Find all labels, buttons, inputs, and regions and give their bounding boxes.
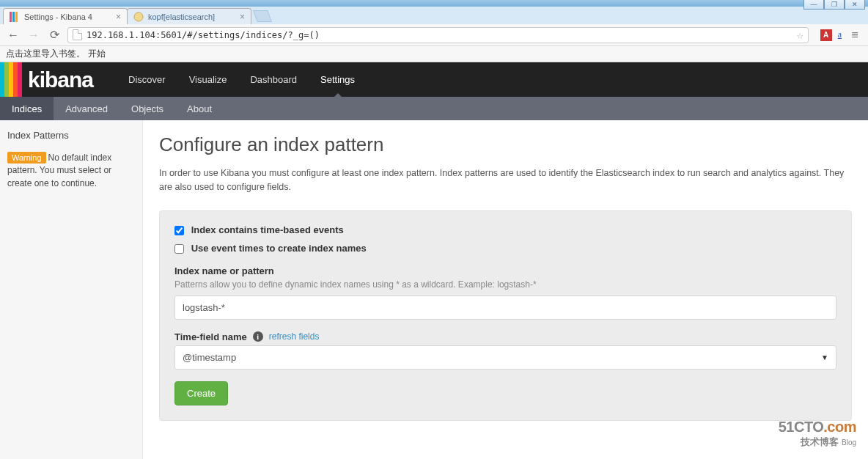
bookmarks-bar: 点击这里导入书签。 开始 — [0, 46, 868, 62]
index-name-label: Index name or pattern — [174, 265, 836, 276]
svg-rect-2 — [15, 12, 18, 22]
back-button[interactable]: ← — [6, 28, 21, 43]
page-title: Configure an index pattern — [159, 133, 852, 156]
tab-title: Settings - Kibana 4 — [24, 12, 92, 21]
checkbox-event-times-input[interactable] — [174, 244, 184, 254]
settings-subnav: IndicesAdvancedObjectsAbout — [0, 97, 868, 120]
chevron-down-icon: ▼ — [821, 353, 828, 361]
reload-button[interactable]: ⟳ — [47, 28, 62, 43]
svg-rect-0 — [10, 12, 12, 22]
topnav-visualize[interactable]: Visualize — [177, 62, 239, 97]
topnav-settings[interactable]: Settings — [309, 62, 367, 97]
refresh-fields-link[interactable]: refresh fields — [269, 331, 320, 342]
time-field-value: @timestamp — [183, 352, 236, 363]
sidebar: Index Patterns WarningNo default index p… — [0, 120, 143, 459]
time-field-label: Time-field name — [174, 331, 247, 342]
subnav-advanced[interactable]: Advanced — [54, 97, 119, 120]
sidebar-heading: Index Patterns — [7, 129, 135, 143]
main-content: Configure an index pattern In order to u… — [143, 120, 868, 459]
create-button[interactable]: Create — [174, 381, 228, 405]
svg-point-3 — [134, 12, 143, 21]
kibana-favicon — [10, 12, 20, 22]
browser-tab-active[interactable]: Settings - Kibana 4 × — [3, 8, 128, 24]
topnav-dashboard[interactable]: Dashboard — [238, 62, 309, 97]
kibana-topnav: kibana DiscoverVisualizeDashboardSetting… — [0, 62, 868, 97]
warning-badge: Warning — [7, 152, 46, 164]
window-close-button[interactable]: ✕ — [845, 0, 865, 10]
browser-tabs: Settings - Kibana 4 × kopf[elasticsearch… — [0, 7, 868, 24]
adblock-icon[interactable]: A — [820, 29, 832, 41]
time-field-select[interactable]: @timestamp ▼ — [174, 345, 836, 370]
subnav-about[interactable]: About — [175, 97, 224, 120]
tab-title: kopf[elasticsearch] — [148, 12, 215, 21]
config-panel: Index contains time-based events Use eve… — [159, 210, 852, 421]
address-bar[interactable]: 192.168.1.104:5601/#/settings/indices/?_… — [67, 27, 809, 43]
index-name-hint: Patterns allow you to define dynamic ind… — [174, 279, 836, 290]
checkbox-event-times[interactable]: Use event times to create index names — [174, 243, 367, 254]
menu-icon[interactable]: ≡ — [847, 28, 862, 43]
bookmark-star-icon[interactable]: ☆ — [797, 29, 803, 42]
checkbox-time-based[interactable]: Index contains time-based events — [174, 224, 344, 235]
account-icon[interactable]: a — [838, 29, 842, 40]
index-name-input[interactable] — [174, 295, 836, 320]
logo-text: kibana — [28, 67, 93, 92]
window-titlebar: — ❐ ✕ — [0, 0, 868, 7]
start-link[interactable]: 开始 — [88, 48, 106, 60]
import-bookmarks-link[interactable]: 点击这里导入书签。 — [6, 48, 85, 60]
sidebar-warning: WarningNo default index pattern. You mus… — [7, 152, 135, 190]
subnav-indices[interactable]: Indices — [0, 97, 54, 120]
svg-rect-1 — [12, 12, 15, 22]
topnav-discover[interactable]: Discover — [117, 62, 177, 97]
close-icon[interactable]: × — [116, 12, 121, 22]
checkbox-time-based-input[interactable] — [174, 226, 184, 235]
info-icon[interactable]: i — [253, 331, 263, 342]
browser-tab-inactive[interactable]: kopf[elasticsearch] × — [127, 8, 251, 24]
close-icon[interactable]: × — [240, 12, 245, 22]
subnav-objects[interactable]: Objects — [119, 97, 175, 120]
page-icon — [73, 29, 82, 40]
page-description: In order to use Kibana you must configur… — [159, 166, 852, 194]
kibana-logo[interactable]: kibana — [0, 62, 103, 97]
window-minimize-button[interactable]: — — [803, 0, 824, 10]
logo-stripes — [0, 62, 22, 97]
window-maximize-button[interactable]: ❐ — [824, 0, 845, 10]
forward-button[interactable]: → — [26, 28, 41, 43]
browser-toolbar: ← → ⟳ 192.168.1.104:5601/#/settings/indi… — [0, 24, 868, 46]
url-text: 192.168.1.104:5601/#/settings/indices/?_… — [87, 30, 320, 40]
kopf-favicon — [133, 12, 144, 22]
new-tab-button[interactable] — [253, 10, 272, 22]
